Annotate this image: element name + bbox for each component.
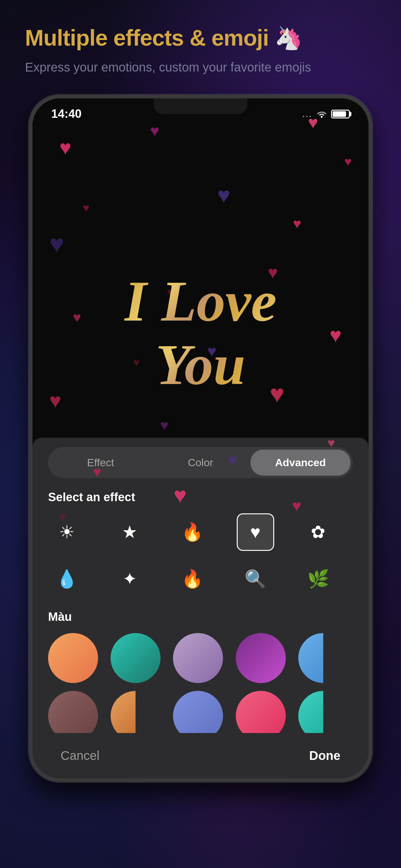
you-text: You [124, 333, 277, 397]
color-orange[interactable] [48, 633, 98, 683]
leaf-icon: 🌿 [307, 569, 329, 589]
i-love-text: I Love [124, 269, 277, 333]
page-subtitle: Express your emotions, custom your favor… [25, 58, 376, 76]
page-content: Multiple effects & emoji 🦄 Express your … [0, 0, 401, 782]
color-mauve[interactable] [173, 633, 223, 683]
phone-notch [154, 98, 247, 114]
status-icons: ... [302, 107, 350, 121]
sparkle-star-icon: ✦ [123, 569, 137, 589]
color-grid [48, 633, 353, 741]
color-section-title: Màu [48, 610, 353, 624]
cancel-button[interactable]: Cancel [48, 742, 112, 769]
color-purple[interactable] [236, 633, 286, 683]
wifi-icon [316, 107, 327, 121]
done-button[interactable]: Done [297, 742, 353, 769]
bottom-actions: Cancel Done [32, 733, 369, 778]
page-title: Multiple effects & emoji 🦄 [25, 25, 376, 51]
fire2-icon: 🔥 [181, 569, 203, 589]
color-teal[interactable] [110, 633, 161, 683]
drop-icon: 💧 [56, 569, 78, 589]
display-text: I Love You [124, 269, 277, 396]
color-blue-partial[interactable] [298, 633, 348, 683]
status-time: 14:40 [51, 107, 81, 121]
phone-display: ♥ ♥ ♥ ♥ ♥ ♥ ♥ ♥ ♥ ♥ ♥ ♥ ♥ ♥ ♥ [32, 98, 369, 567]
search-icon: 🔍 [244, 569, 266, 589]
phone-frame: 14:40 ... [29, 95, 372, 782]
dots-icon: ... [302, 109, 312, 119]
phone-inner: 14:40 ... [32, 98, 369, 778]
phone-mockup: 14:40 ... [25, 95, 376, 782]
battery-icon [331, 110, 350, 118]
battery-fill [333, 111, 346, 117]
